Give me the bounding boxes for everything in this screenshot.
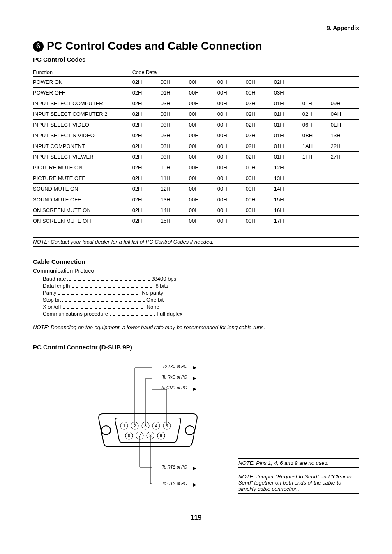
table-cell-function: INPUT SELECT VIDEO bbox=[33, 120, 132, 130]
label-cts: To CTS of PC bbox=[162, 481, 187, 486]
table-cell-code: 00H bbox=[189, 130, 217, 141]
table-cell-code: 02H bbox=[132, 109, 161, 120]
table-cell-function: SOUND MUTE ON bbox=[33, 184, 132, 194]
table-cell-code: 02H bbox=[274, 77, 302, 88]
table-row: INPUT SELECT VIEWER02H03H00H00H02H01H1FH… bbox=[33, 152, 359, 162]
table-cell-function: POWER OFF bbox=[33, 88, 132, 98]
leader-dots bbox=[72, 283, 154, 288]
table-cell-code: 01H bbox=[274, 141, 302, 152]
table-cell-code: 00H bbox=[246, 216, 274, 226]
table-cell-code: 1FH bbox=[302, 152, 331, 162]
protocol-key: Data length bbox=[43, 283, 70, 289]
table-cell-code: 02H bbox=[302, 109, 331, 120]
svg-text:8: 8 bbox=[149, 434, 152, 438]
svg-text:2: 2 bbox=[134, 424, 136, 428]
table-cell-function: PICTURE MUTE OFF bbox=[33, 173, 132, 184]
table-cell-code: 1AH bbox=[302, 141, 331, 152]
table-cell-code bbox=[331, 194, 359, 205]
protocol-list: Baud rate38400 bpsData length8 bitsParit… bbox=[43, 276, 359, 317]
table-cell-code: 00H bbox=[189, 194, 217, 205]
table-cell-code: 03H bbox=[161, 98, 189, 109]
table-cell-code: 02H bbox=[132, 141, 161, 152]
section-title: 6 PC Control Codes and Cable Connection bbox=[33, 40, 359, 53]
svg-text:1: 1 bbox=[123, 424, 125, 428]
svg-point-4 bbox=[185, 426, 194, 435]
table-row: ON SCREEN MUTE OFF02H15H00H00H00H17H bbox=[33, 216, 359, 226]
table-row: POWER ON02H00H00H00H00H02H bbox=[33, 77, 359, 88]
table-cell-function: SOUND MUTE OFF bbox=[33, 194, 132, 205]
note-control-codes: NOTE: Contact your local dealer for a fu… bbox=[33, 237, 359, 247]
table-cell-code: 03H bbox=[161, 141, 189, 152]
table-row: SOUND MUTE ON02H12H00H00H00H14H bbox=[33, 184, 359, 194]
svg-marker-1 bbox=[193, 377, 196, 380]
table-cell-code: 15H bbox=[274, 194, 302, 205]
table-cell-code: 00H bbox=[189, 173, 217, 184]
table-cell-function: INPUT SELECT COMPUTER 1 bbox=[33, 98, 132, 109]
table-cell-code: 00H bbox=[246, 184, 274, 194]
table-cell-code: 09H bbox=[331, 98, 359, 109]
protocol-key: X on/off bbox=[43, 304, 61, 310]
table-cell-code: 00H bbox=[189, 77, 217, 88]
table-cell-code: 00H bbox=[189, 141, 217, 152]
table-cell-code: 00H bbox=[217, 98, 246, 109]
protocol-value: None bbox=[147, 304, 159, 310]
table-cell-code: 03H bbox=[161, 152, 189, 162]
protocol-value: 8 bits bbox=[156, 283, 168, 289]
section-bullet: 6 bbox=[33, 41, 44, 52]
table-cell-code: 27H bbox=[331, 152, 359, 162]
table-cell-code: 10H bbox=[161, 162, 189, 173]
svg-marker-23 bbox=[193, 467, 196, 470]
table-cell-code bbox=[331, 77, 359, 88]
table-cell-code: 01H bbox=[274, 120, 302, 130]
leader-dots bbox=[63, 304, 145, 309]
table-cell-code: 00H bbox=[246, 77, 274, 88]
protocol-item: X on/offNone bbox=[43, 304, 359, 310]
table-cell-code: 00H bbox=[217, 184, 246, 194]
table-cell-code: 02H bbox=[132, 98, 161, 109]
table-cell-code: 15H bbox=[161, 216, 189, 226]
label-rxd: To RxD of PC bbox=[162, 375, 187, 379]
table-row: PICTURE MUTE ON02H10H00H00H00H12H bbox=[33, 162, 359, 173]
protocol-value: 38400 bps bbox=[151, 276, 176, 282]
table-cell-code: 03H bbox=[161, 120, 189, 130]
table-cell-code: 00H bbox=[189, 184, 217, 194]
protocol-value: One bit bbox=[146, 297, 164, 303]
table-cell-code: 02H bbox=[132, 162, 161, 173]
pc-control-codes-table: Function Code Data POWER ON02H00H00H00H0… bbox=[33, 68, 359, 226]
table-cell-code: 06H bbox=[302, 120, 331, 130]
table-cell-code: 00H bbox=[217, 216, 246, 226]
table-cell-code: 11H bbox=[161, 173, 189, 184]
table-cell-code: 00H bbox=[217, 77, 246, 88]
communication-protocol-subheading: Communication Protocol bbox=[33, 268, 359, 274]
table-cell-code: 0AH bbox=[331, 109, 359, 120]
table-cell-code bbox=[302, 77, 331, 88]
table-cell-code: 00H bbox=[189, 162, 217, 173]
table-cell-code: 02H bbox=[132, 77, 161, 88]
table-cell-code: 00H bbox=[217, 173, 246, 184]
table-cell-code: 12H bbox=[274, 162, 302, 173]
protocol-key: Stop bit bbox=[43, 297, 61, 303]
leader-dots bbox=[58, 290, 140, 295]
protocol-item: Stop bitOne bit bbox=[43, 297, 359, 303]
table-cell-code: 02H bbox=[246, 130, 274, 141]
table-cell-code bbox=[302, 184, 331, 194]
table-cell-code: 01H bbox=[302, 98, 331, 109]
table-cell-code: 16H bbox=[274, 205, 302, 216]
table-cell-code bbox=[302, 173, 331, 184]
svg-text:6: 6 bbox=[128, 434, 130, 438]
note-baud-rate: NOTE: Depending on the equipment, a lowe… bbox=[33, 323, 359, 332]
cable-connection-heading: Cable Connection bbox=[33, 258, 359, 265]
label-txd: To TxD of PC bbox=[162, 364, 187, 369]
table-cell-code: 00H bbox=[246, 88, 274, 98]
svg-marker-2 bbox=[193, 388, 196, 391]
table-cell-code: 12H bbox=[161, 184, 189, 194]
table-cell-code: 0EH bbox=[331, 120, 359, 130]
section-title-text: PC Control Codes and Cable Connection bbox=[47, 40, 262, 53]
table-cell-function: INPUT SELECT VIEWER bbox=[33, 152, 132, 162]
table-cell-code: 02H bbox=[246, 120, 274, 130]
protocol-item: Baud rate38400 bps bbox=[43, 276, 359, 282]
table-header-function: Function bbox=[33, 68, 132, 77]
table-cell-code: 00H bbox=[217, 88, 246, 98]
table-cell-function: POWER ON bbox=[33, 77, 132, 88]
table-cell-code: 00H bbox=[189, 120, 217, 130]
